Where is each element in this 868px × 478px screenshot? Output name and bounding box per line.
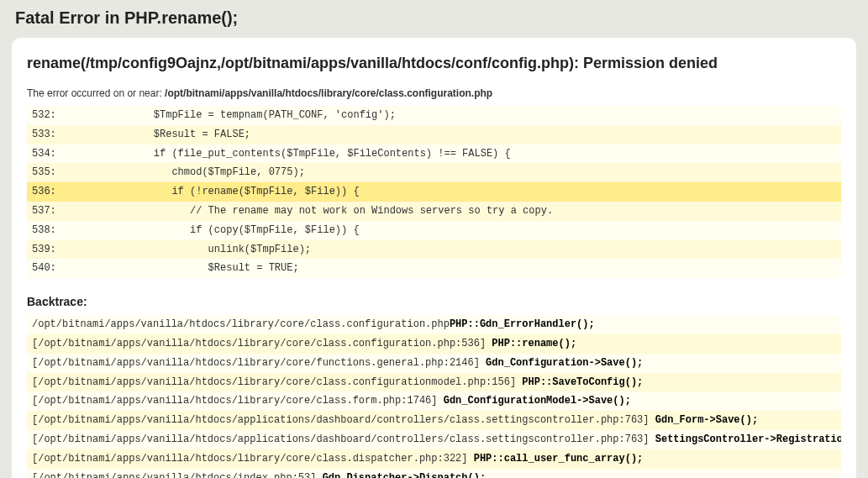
line-code: chmod($TmpFile, 0775);: [99, 163, 305, 182]
backtrace-location: [/opt/bitnami/apps/vanilla/htdocs/librar…: [32, 395, 444, 407]
line-code: if (copy($TmpFile, $File)) {: [99, 221, 360, 240]
backtrace-row: [/opt/bitnami/apps/vanilla/htdocs/applic…: [27, 430, 841, 449]
line-number: 536:: [32, 182, 99, 202]
backtrace-location: [/opt/bitnami/apps/vanilla/htdocs/librar…: [32, 357, 486, 369]
backtrace-location: [/opt/bitnami/apps/vanilla/htdocs/librar…: [32, 376, 522, 388]
backtrace-row: [/opt/bitnami/apps/vanilla/htdocs/librar…: [27, 334, 841, 354]
backtrace-call: Gdn_Form->Save();: [655, 414, 758, 426]
line-number: 538:: [32, 221, 99, 240]
line-code: $TmpFile = tempnam(PATH_CONF, 'config');: [99, 106, 396, 125]
code-line: 533: $Result = FALSE;: [27, 125, 841, 144]
line-number: 537:: [32, 202, 99, 221]
backtrace-row: [/opt/bitnami/apps/vanilla/htdocs/librar…: [27, 391, 841, 411]
error-panel: rename(/tmp/config9Oajnz,/opt/bitnami/ap…: [12, 38, 856, 478]
code-line: 535: chmod($TmpFile, 0775);: [27, 163, 841, 182]
code-line: 540: $Result = TRUE;: [27, 259, 841, 278]
backtrace-call: PHP::rename();: [492, 338, 576, 349]
backtrace-call: Gdn_Dispatcher->Dispatch();: [323, 472, 486, 478]
backtrace-location: /opt/bitnami/apps/vanilla/htdocs/library…: [32, 318, 450, 330]
backtrace-call: SettingsController->Registratio: [655, 433, 841, 445]
line-number: 539:: [32, 240, 99, 260]
code-line: 532: $TmpFile = tempnam(PATH_CONF, 'conf…: [27, 106, 841, 125]
line-number: 540:: [32, 259, 99, 278]
backtrace-row: /opt/bitnami/apps/vanilla/htdocs/library…: [27, 315, 841, 334]
line-code: unlink($TmpFile);: [99, 240, 311, 260]
backtrace-list: /opt/bitnami/apps/vanilla/htdocs/library…: [27, 315, 841, 478]
line-code: if (!rename($TmpFile, $File)) {: [99, 182, 360, 202]
backtrace-heading: Backtrace:: [27, 295, 841, 308]
occurred-label: The error occurred on or near:: [27, 87, 165, 99]
line-code: $Result = FALSE;: [99, 125, 250, 144]
backtrace-call: PHP::Gdn_ErrorHandler();: [450, 318, 595, 330]
line-code: if (file_put_contents($TmpFile, $FileCon…: [99, 144, 511, 164]
backtrace-row: [/opt/bitnami/apps/vanilla/htdocs/index.…: [27, 469, 841, 478]
backtrace-location: [/opt/bitnami/apps/vanilla/htdocs/librar…: [32, 453, 474, 465]
code-line: 537: // The rename may not work on Windo…: [27, 202, 841, 221]
backtrace-call: PHP::SaveToConfig();: [522, 376, 643, 388]
error-location: The error occurred on or near: /opt/bitn…: [27, 87, 841, 99]
backtrace-location: [/opt/bitnami/apps/vanilla/htdocs/index.…: [32, 472, 323, 478]
line-number: 533:: [32, 125, 99, 144]
code-line: 539: unlink($TmpFile);: [27, 240, 841, 260]
backtrace-row: [/opt/bitnami/apps/vanilla/htdocs/librar…: [27, 354, 841, 373]
backtrace-location: [/opt/bitnami/apps/vanilla/htdocs/applic…: [32, 433, 655, 445]
line-number: 532:: [32, 106, 99, 125]
backtrace-call: Gdn_ConfigurationModel->Save();: [444, 395, 631, 407]
page-title: Fatal Error in PHP.rename();: [0, 0, 868, 38]
backtrace-row: [/opt/bitnami/apps/vanilla/htdocs/applic…: [27, 411, 841, 430]
code-line: 536: if (!rename($TmpFile, $File)) {: [27, 182, 841, 202]
backtrace-row: [/opt/bitnami/apps/vanilla/htdocs/librar…: [27, 373, 841, 392]
line-number: 534:: [32, 144, 99, 164]
backtrace-call: Gdn_Configuration->Save();: [486, 357, 643, 369]
line-code: // The rename may not work on Windows se…: [99, 202, 553, 221]
line-number: 535:: [32, 163, 99, 182]
backtrace-location: [/opt/bitnami/apps/vanilla/htdocs/applic…: [32, 414, 655, 426]
backtrace-row: [/opt/bitnami/apps/vanilla/htdocs/librar…: [27, 449, 841, 469]
code-line: 538: if (copy($TmpFile, $File)) {: [27, 221, 841, 240]
backtrace-call: PHP::call_user_func_array();: [474, 453, 644, 465]
code-snippet: 532: $TmpFile = tempnam(PATH_CONF, 'conf…: [27, 106, 841, 278]
occurred-path: /opt/bitnami/apps/vanilla/htdocs/library…: [165, 87, 492, 99]
backtrace-location: [/opt/bitnami/apps/vanilla/htdocs/librar…: [32, 338, 492, 349]
code-line: 534: if (file_put_contents($TmpFile, $Fi…: [27, 144, 841, 164]
error-message: rename(/tmp/config9Oajnz,/opt/bitnami/ap…: [27, 55, 841, 72]
line-code: $Result = TRUE;: [99, 259, 299, 278]
